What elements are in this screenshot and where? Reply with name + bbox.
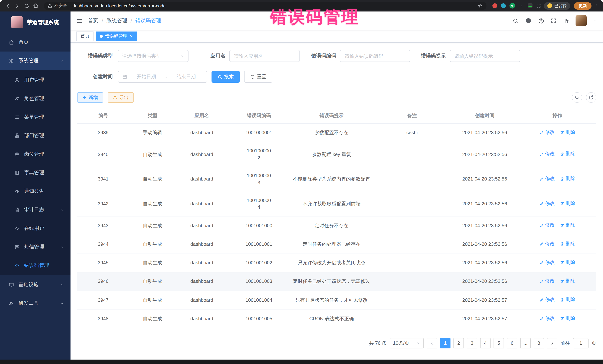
home-icon bbox=[9, 39, 14, 45]
browser-home-button[interactable] bbox=[32, 1, 40, 10]
search-button[interactable]: 搜索 bbox=[211, 71, 240, 83]
edit-link[interactable]: 修改 bbox=[540, 240, 555, 247]
error-code-label: 错误码编码 bbox=[311, 53, 336, 59]
sidebar-subitem[interactable]: 用户管理 bbox=[0, 71, 70, 89]
user-avatar[interactable] bbox=[576, 15, 587, 26]
fullscreen-icon[interactable] bbox=[551, 18, 557, 24]
edit-link[interactable]: 修改 bbox=[540, 278, 555, 285]
cell-type: 自动生成 bbox=[129, 167, 176, 192]
error-hint-input[interactable] bbox=[450, 50, 520, 62]
security-indicator[interactable]: 不安全 bbox=[47, 3, 67, 9]
edit-link[interactable]: 修改 bbox=[540, 259, 555, 266]
sidebar-subitem[interactable]: 菜单管理 bbox=[0, 108, 70, 126]
browser-update-button[interactable]: 更新 bbox=[574, 2, 591, 10]
edit-link[interactable]: 修改 bbox=[540, 151, 555, 158]
edit-link[interactable]: 修改 bbox=[540, 129, 555, 136]
close-tab-icon[interactable] bbox=[129, 34, 133, 38]
font-size-icon[interactable] bbox=[563, 18, 569, 24]
sidebar-subitem[interactable]: 字典管理 bbox=[0, 164, 70, 182]
sidebar-subitem[interactable]: 审计日志 bbox=[0, 200, 70, 219]
sidebar-subitem[interactable]: 错误码管理 bbox=[0, 256, 70, 275]
edit-link[interactable]: 修改 bbox=[540, 175, 555, 182]
delete-link[interactable]: 删除 bbox=[560, 222, 575, 229]
search-icon[interactable] bbox=[512, 18, 519, 24]
extension-teal-icon[interactable] bbox=[501, 3, 506, 8]
page-button[interactable]: 2 bbox=[453, 338, 464, 348]
bookmark-star-icon[interactable] bbox=[477, 3, 483, 8]
refresh-table-button[interactable] bbox=[586, 92, 596, 103]
reset-button[interactable]: 重置 bbox=[244, 71, 272, 83]
tab-error-code[interactable]: 错误码管理 bbox=[96, 31, 137, 41]
sidebar-item-home[interactable]: 首页 bbox=[0, 33, 70, 52]
paused-badge[interactable]: 已暂停 bbox=[544, 2, 570, 10]
browser-back-button[interactable] bbox=[4, 1, 12, 10]
warning-icon bbox=[47, 3, 52, 8]
breadcrumb-system[interactable]: 系统管理 bbox=[106, 17, 127, 24]
sidebar-subitem[interactable]: 短信管理 bbox=[0, 238, 70, 256]
sidebar-item-tools[interactable]: 研发工具 bbox=[0, 294, 70, 312]
delete-link[interactable]: 删除 bbox=[560, 259, 575, 266]
edit-link[interactable]: 修改 bbox=[540, 296, 555, 303]
delete-link[interactable]: 删除 bbox=[560, 240, 575, 247]
cell-type: 自动生成 bbox=[129, 272, 176, 291]
delete-link[interactable]: 删除 bbox=[560, 151, 575, 158]
extension-v-icon[interactable]: V bbox=[509, 3, 515, 9]
browser-forward-button[interactable] bbox=[13, 1, 22, 10]
error-code-input[interactable] bbox=[340, 50, 410, 62]
start-date-placeholder: 开始日期 bbox=[129, 73, 163, 80]
delete-link[interactable]: 删除 bbox=[560, 296, 575, 303]
browser-menu-icon[interactable] bbox=[594, 3, 599, 8]
delete-link[interactable]: 删除 bbox=[560, 175, 575, 182]
sidebar-subitem[interactable]: 岗位管理 bbox=[0, 145, 70, 164]
edit-link[interactable]: 修改 bbox=[540, 222, 555, 229]
app-name-input[interactable] bbox=[229, 50, 300, 62]
goto-page-input[interactable] bbox=[573, 338, 589, 348]
browser-reload-button[interactable] bbox=[22, 1, 31, 10]
page-button[interactable]: 8 bbox=[533, 338, 544, 348]
extensions-puzzle-icon[interactable] bbox=[536, 3, 541, 8]
avatar-caret-icon[interactable] bbox=[593, 19, 597, 23]
sidebar-item-infra[interactable]: 基础设施 bbox=[0, 276, 70, 294]
delete-link[interactable]: 删除 bbox=[560, 200, 575, 207]
sidebar-subitem[interactable]: 在线用户 bbox=[0, 219, 70, 238]
filter-row-1: 错误码类型 请选择错误码类型 应用名 错误码编码 错误码提示 bbox=[77, 50, 596, 62]
cell-created: 2021-04-20 23:52:56 bbox=[451, 235, 518, 254]
trash-icon bbox=[560, 223, 564, 228]
sidebar-item-system[interactable]: 系统管理 bbox=[0, 52, 70, 70]
app-logo[interactable]: 芋道管理系统 bbox=[0, 11, 70, 33]
page-button[interactable]: 5 bbox=[494, 338, 504, 348]
toggle-search-button[interactable] bbox=[572, 92, 582, 103]
extension-red-icon[interactable] bbox=[492, 3, 497, 8]
breadcrumb-home[interactable]: 首页 bbox=[88, 17, 98, 24]
prev-page-button[interactable] bbox=[427, 338, 437, 348]
page-button[interactable]: 3 bbox=[467, 338, 477, 348]
page-button[interactable]: 1 bbox=[440, 338, 451, 348]
next-page-button[interactable] bbox=[547, 338, 557, 348]
extension-grid-icon[interactable] bbox=[519, 3, 524, 8]
tab-home[interactable]: 首页 bbox=[76, 31, 93, 41]
page-size-select[interactable]: 10条/页 bbox=[390, 338, 424, 348]
edit-link[interactable]: 修改 bbox=[540, 200, 555, 207]
edit-link[interactable]: 修改 bbox=[540, 315, 555, 322]
edit-icon bbox=[540, 130, 544, 135]
delete-link[interactable]: 删除 bbox=[560, 129, 575, 136]
delete-link[interactable]: 删除 bbox=[560, 278, 575, 285]
page-ellipsis[interactable]: ... bbox=[520, 338, 531, 348]
page-button[interactable]: 4 bbox=[480, 338, 491, 348]
collapse-menu-button[interactable] bbox=[76, 18, 83, 24]
add-button[interactable]: 新增 bbox=[77, 92, 103, 103]
breadcrumb-current: 错误码管理 bbox=[135, 17, 162, 24]
extension-dark-icon[interactable] bbox=[527, 3, 532, 8]
sidebar-subitem[interactable]: 角色管理 bbox=[0, 89, 70, 108]
error-type-select[interactable]: 请选择错误码类型 bbox=[118, 50, 188, 62]
help-icon[interactable] bbox=[538, 18, 544, 24]
sidebar-subitem[interactable]: 通知公告 bbox=[0, 182, 70, 200]
address-bar[interactable]: 不安全 dashboard.yudao.iocoder.cn/system/er… bbox=[44, 2, 486, 10]
page-button[interactable]: 6 bbox=[507, 338, 517, 348]
export-button[interactable]: 导出 bbox=[108, 92, 134, 103]
delete-link[interactable]: 删除 bbox=[560, 315, 575, 322]
github-icon[interactable] bbox=[525, 17, 532, 24]
date-range-picker[interactable]: 开始日期 - 结束日期 bbox=[118, 71, 207, 83]
sidebar-subitem[interactable]: 部门管理 bbox=[0, 126, 70, 145]
cell-type: 自动生成 bbox=[129, 254, 176, 272]
